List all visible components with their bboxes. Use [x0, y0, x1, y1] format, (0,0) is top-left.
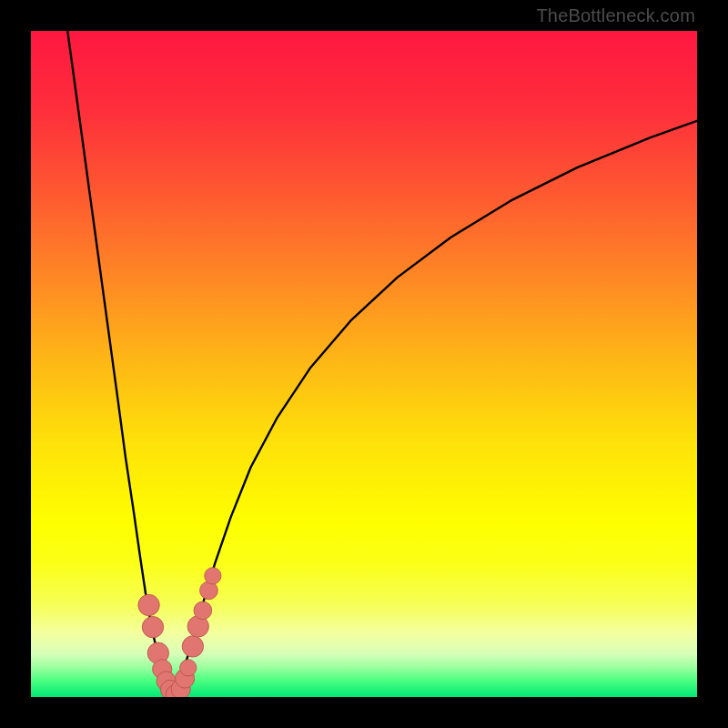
data-point [194, 602, 212, 620]
watermark-text: TheBottleneck.com [536, 5, 695, 26]
data-point [142, 616, 163, 637]
chart-frame: TheBottleneck.com [0, 0, 728, 728]
data-point [182, 636, 203, 657]
data-point [180, 660, 197, 676]
curve-right-branch [174, 121, 697, 695]
data-point [138, 594, 159, 615]
curve-layer [31, 31, 697, 697]
plot-area [31, 31, 697, 697]
curve-left-branch [67, 31, 174, 695]
data-point-markers [138, 568, 221, 697]
data-point [205, 568, 221, 584]
